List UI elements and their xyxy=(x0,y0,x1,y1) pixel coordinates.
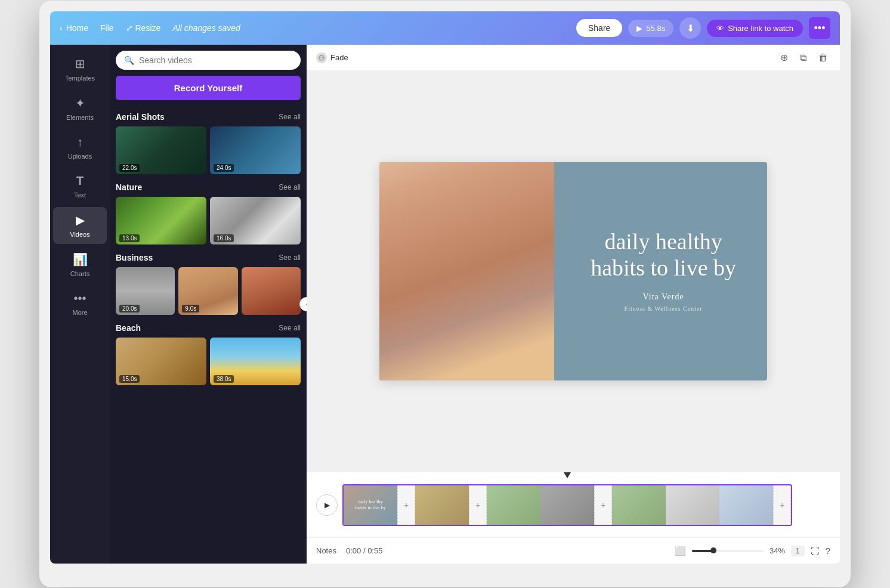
beach-see-all[interactable]: See all xyxy=(279,324,301,332)
play-icon: ▶ xyxy=(636,24,642,33)
uploads-icon: ↑ xyxy=(77,135,83,149)
add-slide-after-1[interactable]: + xyxy=(397,484,415,526)
add-slide-after-4[interactable]: + xyxy=(594,484,612,526)
record-button[interactable]: Record Yourself xyxy=(116,76,301,100)
sidebar-item-charts[interactable]: 📊 Charts xyxy=(53,246,107,283)
play-time-button[interactable]: ▶ 55.8s xyxy=(628,20,673,37)
beach-video-2[interactable]: 38.0s xyxy=(210,338,301,385)
slide-canvas[interactable]: daily healthy habits to live by Vita Ver… xyxy=(379,162,767,380)
autosave-label: All changes saved xyxy=(172,23,240,33)
business-section-title: Business xyxy=(116,253,153,262)
share-button[interactable]: Share xyxy=(576,19,622,37)
sidebar-label-uploads: Uploads xyxy=(68,153,92,160)
download-button[interactable]: ⬇ xyxy=(679,17,701,39)
sidebar-item-more[interactable]: ••• More xyxy=(53,286,107,322)
transition-label: Fade xyxy=(330,53,348,62)
canvas-container: daily healthy habits to live by Vita Ver… xyxy=(307,71,840,472)
more-icon: ••• xyxy=(73,292,86,305)
canvas-toolbar: Fade ⊕ ⧉ 🗑 xyxy=(307,45,840,71)
top-nav: File ⤢ Resize All changes saved xyxy=(100,23,240,33)
slide-background: daily healthy habits to live by Vita Ver… xyxy=(379,162,767,380)
nature-duration-1: 13.0s xyxy=(119,234,140,242)
search-icon: 🔍 xyxy=(124,55,134,65)
timeline-slide-5[interactable] xyxy=(612,484,666,526)
business-video-2[interactable]: 9.0s xyxy=(178,267,237,315)
timeline-play-button[interactable]: ▶ xyxy=(316,494,338,516)
slide-thumb-3 xyxy=(487,484,540,526)
resize-icon: ⤢ xyxy=(126,23,135,33)
presenter-view-button[interactable]: ⬜ xyxy=(675,546,686,556)
zoom-slider[interactable] xyxy=(692,550,764,552)
search-input[interactable] xyxy=(139,55,292,65)
timeline-slide-7[interactable] xyxy=(719,484,773,526)
sidebar-item-uploads[interactable]: ↑ Uploads xyxy=(53,129,107,166)
slide-thumb-1: daily healthyhabits to live by xyxy=(344,484,397,526)
transition-dot-icon xyxy=(316,52,327,63)
delete-button[interactable]: 🗑 xyxy=(816,50,830,66)
slide-thumb-2 xyxy=(415,484,469,526)
add-frame-button[interactable]: ⊕ xyxy=(778,49,790,66)
sidebar-item-text[interactable]: T Text xyxy=(53,168,107,205)
nature-video-2[interactable]: 16.0s xyxy=(210,197,301,245)
bottom-right: ⬜ 34% 1 ⛶ ? xyxy=(675,546,830,556)
laptop-screen: ‹ Home File ⤢ Resize All changes saved S… xyxy=(50,11,840,564)
more-options-button[interactable]: ••• xyxy=(809,17,830,39)
zoom-level: 34% xyxy=(770,546,785,555)
sidebar-item-templates[interactable]: ⊞ Templates xyxy=(53,51,107,88)
duplicate-button[interactable]: ⧉ xyxy=(798,50,809,66)
timeline-slide-6[interactable] xyxy=(666,484,719,526)
nature-see-all[interactable]: See all xyxy=(279,183,301,191)
elements-icon: ✦ xyxy=(75,96,85,110)
business-video-3[interactable] xyxy=(242,267,301,315)
aerial-section-header: Aerial Shots See all xyxy=(116,112,301,122)
page-indicator: 1 xyxy=(791,546,805,556)
zoom-dot xyxy=(710,547,716,553)
beach-duration-1: 15.0s xyxy=(119,375,140,383)
nature-section-title: Nature xyxy=(116,182,142,192)
slide-brand: Vita Verde Fitness & Wellness Center xyxy=(591,290,736,313)
home-label: Home xyxy=(66,23,88,33)
nature-section-header: Nature See all xyxy=(116,182,301,192)
templates-icon: ⊞ xyxy=(75,57,85,71)
sidebar-label-videos: Videos xyxy=(70,231,89,238)
timeline-slide-2[interactable] xyxy=(415,484,469,526)
page-number: 1 xyxy=(796,547,800,555)
aerial-video-1[interactable]: 22.0s xyxy=(116,126,206,174)
play-triangle-icon: ▶ xyxy=(325,501,330,509)
sidebar-item-videos[interactable]: ▶ Videos xyxy=(53,207,107,244)
aerial-video-2[interactable]: 24.0s xyxy=(210,126,301,174)
timeline-slide-1[interactable]: daily healthyhabits to live by xyxy=(344,484,397,526)
home-button[interactable]: ‹ Home xyxy=(60,23,88,33)
slide-text-overlay: daily healthy habits to live by Vita Ver… xyxy=(591,229,736,314)
timeline-slide-4[interactable] xyxy=(540,484,594,526)
download-icon: ⬇ xyxy=(687,23,694,34)
transition-control[interactable]: Fade xyxy=(316,52,348,63)
nature-video-grid: 13.0s 16.0s xyxy=(116,197,301,245)
nature-video-1[interactable]: 13.0s xyxy=(116,197,206,245)
aerial-see-all[interactable]: See all xyxy=(279,113,301,121)
videos-panel: 🔍 Record Yourself Aerial Shots See all 2… xyxy=(110,45,307,564)
timeline-slide-3[interactable] xyxy=(487,484,540,526)
sidebar-label-text: Text xyxy=(74,191,86,199)
aerial-video-grid: 22.0s 24.0s xyxy=(116,126,301,174)
file-menu[interactable]: File xyxy=(100,23,114,33)
add-slide-after-7[interactable]: + xyxy=(773,484,791,526)
business-video-grid: 20.0s 9.0s xyxy=(116,267,301,315)
help-button[interactable]: ? xyxy=(826,546,830,556)
time-display: 0:00 / 0:55 xyxy=(346,546,382,555)
chevron-left-icon: ‹ xyxy=(60,23,63,33)
notes-button[interactable]: Notes xyxy=(316,546,336,555)
beach-video-grid: 15.0s 38.0s xyxy=(116,338,301,385)
share-link-button[interactable]: 👁 Share link to watch xyxy=(707,20,803,37)
business-duration-1: 20.0s xyxy=(119,305,140,312)
sidebar-label-elements: Elements xyxy=(66,114,94,121)
business-see-all[interactable]: See all xyxy=(279,253,301,262)
nature-duration-2: 16.0s xyxy=(214,234,234,242)
share-link-label: Share link to watch xyxy=(728,24,793,33)
resize-menu[interactable]: ⤢ Resize xyxy=(126,23,161,33)
business-video-1[interactable]: 20.0s xyxy=(116,267,175,315)
beach-video-1[interactable]: 15.0s xyxy=(116,338,206,385)
sidebar-item-elements[interactable]: ✦ Elements xyxy=(53,90,107,127)
add-slide-after-2[interactable]: + xyxy=(469,484,487,526)
fullscreen-button[interactable]: ⛶ xyxy=(811,546,820,556)
